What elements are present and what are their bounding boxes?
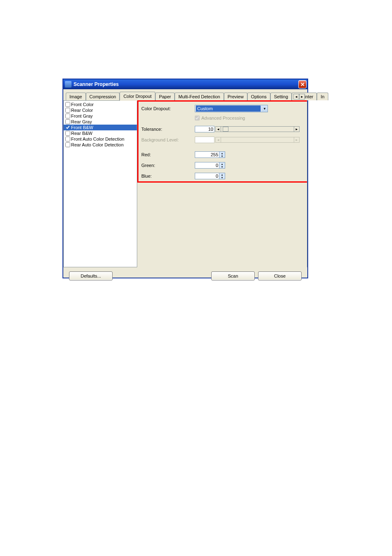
- label-red: Red:: [141, 152, 195, 157]
- spinner-down-icon[interactable]: ▼: [219, 176, 225, 179]
- sidebar-item-front-gray[interactable]: Front Gray: [64, 113, 137, 119]
- scan-button[interactable]: Scan: [211, 271, 255, 280]
- main-panel: Color Dropout: Custom ▼ Advanced Process…: [137, 101, 307, 267]
- spinner-up-icon[interactable]: ▲: [219, 162, 225, 165]
- sidebar-item-rear-bw[interactable]: Rear B&W: [64, 130, 137, 136]
- slider-right-icon: ►: [294, 137, 300, 143]
- tolerance-value: 10: [195, 126, 214, 132]
- checkbox-rear-bw[interactable]: [65, 131, 70, 136]
- titlebar: Scanner Properties ✕: [63, 79, 307, 89]
- slider-right-icon[interactable]: ►: [294, 126, 300, 132]
- spinner-up-icon[interactable]: ▲: [219, 152, 225, 155]
- chevron-down-icon[interactable]: ▼: [261, 105, 267, 112]
- sidebar-label: Front Auto Color Detection: [71, 137, 125, 141]
- scanner-properties-window: Scanner Properties ✕ Image Compression C…: [63, 79, 308, 278]
- sidebar-item-front-color[interactable]: Front Color: [64, 102, 137, 107]
- tolerance-slider[interactable]: [221, 126, 294, 132]
- spinner-down-icon[interactable]: ▼: [219, 165, 225, 168]
- bg-slider: [221, 137, 294, 143]
- tab-scroll-left-icon[interactable]: ◄: [293, 94, 299, 100]
- label-blue: Blue:: [141, 174, 195, 178]
- tab-compression[interactable]: Compression: [86, 93, 120, 100]
- sidebar-label: Front Color: [71, 102, 94, 107]
- content-area: Front Color Rear Color Front Gray Rear G…: [63, 101, 307, 267]
- sidebar-label: Rear Gray: [71, 119, 92, 124]
- slider-left-icon[interactable]: ◄: [215, 126, 221, 132]
- tab-color-dropout[interactable]: Color Dropout: [120, 92, 155, 101]
- row-background-level: Background Level: ◄ ►: [141, 136, 300, 144]
- checkbox-front-bw[interactable]: [65, 125, 70, 130]
- checkbox-rear-gray[interactable]: [65, 119, 70, 124]
- dropdown-value: Custom: [196, 105, 261, 112]
- app-icon: [65, 81, 71, 88]
- checkbox-advanced-processing[interactable]: [195, 116, 200, 120]
- dropdown-color-dropout[interactable]: Custom ▼: [195, 105, 268, 112]
- label-green: Green:: [141, 163, 195, 168]
- red-spinner: ▲ ▼: [219, 151, 225, 158]
- bg-level-value: [195, 137, 214, 143]
- close-button[interactable]: Close: [258, 271, 302, 280]
- slider-left-icon: ◄: [215, 137, 221, 143]
- checkbox-rear-auto[interactable]: [65, 142, 70, 147]
- sidebar-item-front-auto[interactable]: Front Auto Color Detection: [64, 136, 137, 142]
- sidebar-label: Rear Color: [71, 108, 93, 113]
- defaults-button[interactable]: Defaults...: [69, 271, 113, 280]
- tab-setting[interactable]: Setting: [270, 93, 292, 100]
- sidebar-label: Front Gray: [71, 114, 93, 118]
- label-color-dropout: Color Dropout:: [141, 106, 195, 111]
- row-color-dropout: Color Dropout: Custom ▼: [141, 105, 300, 112]
- tab-preview[interactable]: Preview: [224, 93, 247, 100]
- red-input[interactable]: [195, 151, 219, 158]
- sidebar-label: Rear Auto Color Detection: [71, 142, 124, 147]
- tab-multi-feed[interactable]: Multi-Feed Detection: [175, 93, 224, 100]
- sidebar-item-rear-gray[interactable]: Rear Gray: [64, 119, 137, 125]
- tab-bar: Image Compression Color Dropout Paper Mu…: [63, 89, 307, 101]
- tab-scroll: ◄ ►: [293, 94, 305, 100]
- sidebar-item-front-bw[interactable]: Front B&W: [64, 125, 137, 130]
- sidebar: Front Color Rear Color Front Gray Rear G…: [63, 101, 137, 267]
- spinner-up-icon[interactable]: ▲: [219, 173, 225, 176]
- checkbox-front-gray[interactable]: [65, 114, 70, 118]
- label-background-level: Background Level:: [141, 137, 195, 142]
- sidebar-label: Rear B&W: [71, 131, 92, 136]
- sidebar-item-rear-color[interactable]: Rear Color: [64, 107, 137, 113]
- tab-paper[interactable]: Paper: [155, 93, 175, 100]
- checkbox-front-auto[interactable]: [65, 137, 70, 141]
- window-title: Scanner Properties: [74, 81, 298, 87]
- sidebar-label: Front B&W: [71, 125, 93, 130]
- blue-input[interactable]: [195, 173, 219, 179]
- label-advanced-processing: Advanced Processing: [201, 116, 245, 120]
- green-input[interactable]: [195, 162, 219, 169]
- tab-options[interactable]: Options: [247, 93, 270, 100]
- checkbox-rear-color[interactable]: [65, 108, 70, 113]
- checkbox-front-color[interactable]: [65, 102, 70, 107]
- row-tolerance: Tolerance: 10 ◄ ►: [141, 125, 300, 133]
- row-blue: Blue: ▲ ▼: [141, 172, 300, 180]
- row-advanced-processing: Advanced Processing: [195, 116, 300, 120]
- spinner-down-icon[interactable]: ▼: [219, 155, 225, 158]
- row-red: Red: ▲ ▼: [141, 151, 300, 158]
- row-green: Green: ▲ ▼: [141, 162, 300, 169]
- slider-thumb[interactable]: [223, 127, 228, 132]
- tab-scroll-right-icon[interactable]: ►: [299, 94, 305, 100]
- blue-spinner: ▲ ▼: [219, 173, 225, 179]
- label-tolerance: Tolerance:: [141, 127, 195, 132]
- button-bar: Defaults... Scan Close: [63, 267, 307, 285]
- tab-overflow[interactable]: In: [317, 93, 328, 100]
- tab-image[interactable]: Image: [66, 93, 86, 100]
- green-spinner: ▲ ▼: [219, 162, 225, 169]
- close-icon[interactable]: ✕: [298, 80, 307, 88]
- sidebar-item-rear-auto[interactable]: Rear Auto Color Detection: [64, 142, 137, 148]
